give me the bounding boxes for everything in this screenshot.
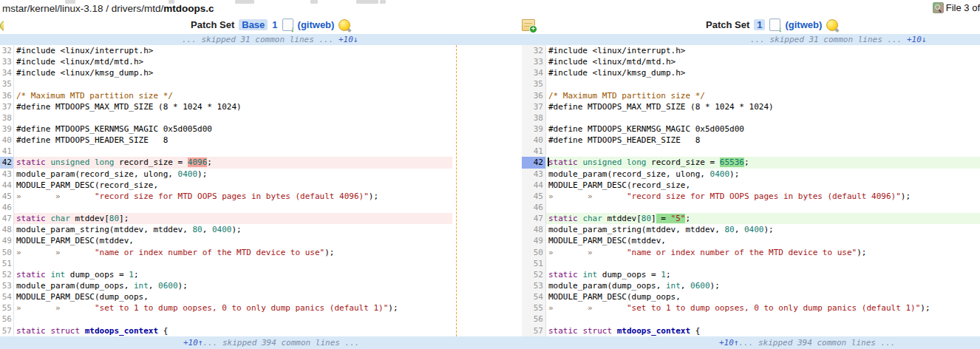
- diff-row: 34#include <linux/kmsg_dump.h>34#include…: [0, 67, 980, 78]
- line-number-left[interactable]: 39: [0, 123, 14, 135]
- code-line-left: module_param(dump_oops, int, 0600);: [14, 280, 452, 291]
- code-token: static: [16, 326, 46, 336]
- line-number-left[interactable]: 45: [0, 191, 14, 202]
- code-line-right: #define MTDOOPS_KERNMSG_MAGIC 0x5d005d00: [546, 123, 980, 135]
- line-number-left[interactable]: 44: [0, 180, 14, 191]
- skipped-text-bottom-right: +10↑... skipped 394 common lines ...: [719, 336, 895, 349]
- gitweb-link-right[interactable]: (gitweb): [785, 19, 822, 30]
- line-number-right[interactable]: 51: [522, 258, 546, 269]
- expand-10-link[interactable]: +10↑: [183, 338, 203, 348]
- line-number-left[interactable]: 42: [0, 157, 14, 168]
- line-number-right[interactable]: 55: [522, 302, 546, 314]
- file-counter-label: File 3 of: [946, 2, 980, 13]
- line-number-left[interactable]: 50: [0, 247, 14, 258]
- line-number-right[interactable]: 47: [522, 213, 546, 224]
- line-number-left[interactable]: 55: [0, 302, 14, 314]
- line-number-right[interactable]: 49: [522, 235, 546, 246]
- line-number-right[interactable]: 37: [522, 101, 546, 112]
- line-number-right[interactable]: 42: [522, 157, 546, 168]
- line-number-right[interactable]: 46: [522, 202, 546, 213]
- code-line-right: MODULE_PARM_DESC(record_size,: [546, 180, 980, 191]
- line-number-left[interactable]: 33: [0, 56, 14, 67]
- expand-10-link[interactable]: +10↑: [719, 338, 739, 348]
- line-number-right[interactable]: 34: [522, 67, 546, 78]
- code-line-right: [546, 258, 980, 269]
- magnifier-icon[interactable]: [933, 2, 944, 13]
- code-line-left: #include <linux/kmsg_dump.h>: [14, 67, 452, 78]
- line-number-left[interactable]: 57: [0, 325, 14, 336]
- patchset-header-row: Patch Set Base 1 (gitweb) Patch Set 1 (g…: [0, 16, 980, 34]
- line-number-right[interactable]: 54: [522, 291, 546, 302]
- line-number-left[interactable]: 51: [0, 258, 14, 269]
- line-number-right[interactable]: 38: [522, 112, 546, 123]
- code-token: mtdoops_context: [617, 326, 690, 336]
- code-token: );: [197, 169, 207, 179]
- code-token: static: [548, 270, 578, 279]
- code-line-right: #define MTDOOPS_MAX_MTD_SIZE (8 * 1024 *…: [546, 101, 980, 112]
- download-icon-right[interactable]: [769, 18, 780, 31]
- line-number-left[interactable]: 52: [0, 269, 14, 280]
- diff-row: 5656: [0, 314, 980, 325]
- line-number-left[interactable]: 37: [0, 101, 14, 112]
- code-token: ;: [685, 214, 690, 223]
- code-token: /* Maximum MTD partition size */: [548, 91, 705, 101]
- skipped-lines-bar-top: ... skipped 31 common lines ... +10↓ ...…: [0, 34, 980, 45]
- line-number-left[interactable]: 38: [0, 112, 14, 123]
- line-number-left[interactable]: 56: [0, 314, 14, 325]
- download-icon-left[interactable]: [282, 18, 293, 31]
- line-number-left[interactable]: 32: [0, 45, 14, 56]
- patchset-1-link-left[interactable]: 1: [272, 19, 277, 30]
- line-number-left[interactable]: 34: [0, 67, 14, 78]
- gitweb-link-left[interactable]: (gitweb): [298, 19, 335, 30]
- line-number-left[interactable]: 35: [0, 78, 14, 89]
- line-number-left[interactable]: 54: [0, 291, 14, 302]
- code-token: [612, 326, 617, 336]
- line-number-right[interactable]: 50: [522, 247, 546, 258]
- line-number-left[interactable]: 43: [0, 169, 14, 180]
- line-number-left[interactable]: 41: [0, 146, 14, 157]
- line-number-right[interactable]: 43: [522, 169, 546, 180]
- line-number-right[interactable]: 52: [522, 269, 546, 280]
- code-line-left: MODULE_PARM_DESC(dump_oops,: [14, 291, 452, 302]
- line-number-right[interactable]: 57: [522, 325, 546, 336]
- code-token: ]: [651, 214, 656, 223]
- code-line-left: MODULE_PARM_DESC(mtddev,: [14, 235, 452, 246]
- line-number-left[interactable]: 49: [0, 235, 14, 246]
- expand-10-link[interactable]: +10↓: [338, 35, 358, 44]
- line-number-right[interactable]: 56: [522, 314, 546, 325]
- line-number-left[interactable]: 53: [0, 280, 14, 291]
- line-number-right[interactable]: 48: [522, 224, 546, 235]
- lightbulb-icon-right[interactable]: [826, 19, 838, 31]
- code-token: module_param(dump_oops,: [16, 281, 134, 291]
- code-token: );: [369, 192, 378, 201]
- line-number-right[interactable]: 40: [522, 135, 546, 146]
- line-number-right[interactable]: 32: [522, 45, 546, 56]
- line-number-right[interactable]: 44: [522, 180, 546, 191]
- line-number-right[interactable]: 36: [522, 90, 546, 101]
- code-token: 1: [661, 270, 666, 279]
- code-token: "5": [671, 214, 686, 223]
- code-token: mtdoops_context: [85, 326, 158, 336]
- line-number-right[interactable]: 35: [522, 78, 546, 89]
- line-number-right[interactable]: 45: [522, 191, 546, 202]
- file-add-icon[interactable]: [522, 19, 535, 31]
- patchset-base-link[interactable]: Base: [239, 19, 268, 30]
- line-number-right[interactable]: 33: [522, 56, 546, 67]
- code-token: {: [158, 326, 168, 336]
- code-token: #include <linux/kmsg_dump.h>: [548, 68, 685, 78]
- line-number-left[interactable]: 48: [0, 224, 14, 235]
- code-token: static: [16, 270, 46, 279]
- lightbulb-icon-left[interactable]: [338, 19, 350, 31]
- line-number-right[interactable]: 53: [522, 280, 546, 291]
- line-number-left[interactable]: 47: [0, 213, 14, 224]
- line-number-left[interactable]: 46: [0, 202, 14, 213]
- expand-10-link[interactable]: +10↓: [907, 35, 927, 44]
- line-number-left[interactable]: 36: [0, 90, 14, 101]
- line-number-left[interactable]: 40: [0, 135, 14, 146]
- line-number-right[interactable]: 41: [522, 146, 546, 157]
- line-number-right[interactable]: 39: [522, 123, 546, 135]
- patchset-1-link-right[interactable]: 1: [754, 19, 765, 30]
- code-token: =: [656, 214, 671, 223]
- code-token: record_size =: [114, 157, 187, 167]
- code-token: »: [55, 248, 95, 257]
